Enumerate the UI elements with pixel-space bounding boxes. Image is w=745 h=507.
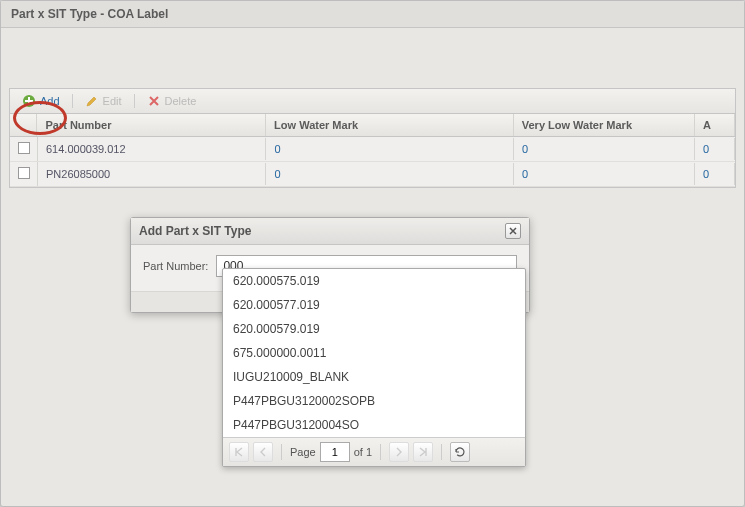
row-checkbox[interactable] [10,162,38,186]
data-grid: Add Edit Delete Part Number Low Water Ma… [9,88,736,188]
cell-very-low-water: 0 [514,138,695,160]
header-part-number[interactable]: Part Number [37,114,266,136]
pager-sep [441,444,442,460]
refresh-icon [454,446,466,458]
pager-next-button[interactable] [389,442,409,462]
pager-sep [380,444,381,460]
dropdown-option[interactable]: 620.000577.019 [223,293,525,317]
cell-low-water: 0 [266,138,513,160]
modal-header[interactable]: Add Part x SIT Type [131,218,529,245]
edit-label: Edit [103,95,122,107]
dropdown-option[interactable]: P447PBGU3120002SOPB [223,389,525,413]
edit-button[interactable]: Edit [79,92,128,110]
modal-title: Add Part x SIT Type [139,224,251,238]
dropdown-option[interactable]: 675.000000.0011 [223,341,525,365]
pager-page-input[interactable] [320,442,350,462]
first-page-icon [234,447,244,457]
x-icon [147,94,161,108]
dropdown-option[interactable]: P447PBGU3120004SO [223,413,525,437]
cell-low-water: 0 [266,163,513,185]
close-icon [509,227,517,235]
pager-first-button[interactable] [229,442,249,462]
add-label: Add [40,95,60,107]
part-number-dropdown: 620.000575.019 620.000577.019 620.000579… [222,268,526,467]
delete-button[interactable]: Delete [141,92,203,110]
header-very-low-water[interactable]: Very Low Water Mark [514,114,695,136]
grid-header-row: Part Number Low Water Mark Very Low Wate… [10,114,735,137]
dropdown-list: 620.000575.019 620.000577.019 620.000579… [223,269,525,437]
pager-page-label: Page [290,446,316,458]
part-number-label: Part Number: [143,260,208,272]
pager-prev-button[interactable] [253,442,273,462]
cell-very-low-water: 0 [514,163,695,185]
close-button[interactable] [505,223,521,239]
dropdown-option[interactable]: IUGU210009_BLANK [223,365,525,389]
cell-part-number: 614.000039.012 [38,138,266,160]
grid-body: 614.000039.012 0 0 0 PN26085000 0 0 0 [10,137,735,187]
dropdown-pager: Page of 1 [223,437,525,466]
cell-av: 0 [695,138,735,160]
pencil-icon [85,94,99,108]
prev-page-icon [259,447,267,457]
toolbar-sep [72,94,73,108]
cell-av: 0 [695,163,735,185]
grid-toolbar: Add Edit Delete [10,89,735,114]
delete-label: Delete [165,95,197,107]
panel-title: Part x SIT Type - COA Label [1,1,744,28]
dropdown-option[interactable]: 620.000579.019 [223,317,525,341]
toolbar-sep [134,94,135,108]
last-page-icon [418,447,428,457]
add-button[interactable]: Add [16,92,66,110]
header-checkbox-col [10,114,37,136]
pager-refresh-button[interactable] [450,442,470,462]
next-page-icon [395,447,403,457]
pager-of-label: of 1 [354,446,372,458]
cell-part-number: PN26085000 [38,163,266,185]
plus-icon [22,94,36,108]
row-checkbox[interactable] [10,137,38,161]
spacer [1,28,744,88]
header-av[interactable]: A [695,114,735,136]
pager-last-button[interactable] [413,442,433,462]
table-row[interactable]: PN26085000 0 0 0 [10,162,735,187]
dropdown-option[interactable]: 620.000575.019 [223,269,525,293]
pager-sep [281,444,282,460]
header-low-water[interactable]: Low Water Mark [266,114,514,136]
table-row[interactable]: 614.000039.012 0 0 0 [10,137,735,162]
